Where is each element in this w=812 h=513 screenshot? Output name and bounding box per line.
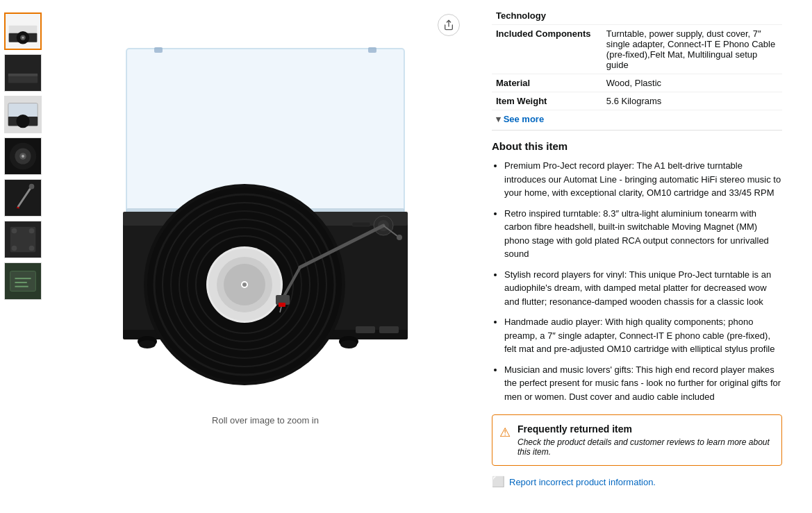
svg-point-20 [29, 184, 35, 190]
thumbnail-3[interactable] [4, 96, 42, 133]
svg-rect-65 [379, 326, 399, 333]
spec-row-material: Material Wood, Plastic [492, 74, 782, 92]
svg-rect-6 [5, 55, 41, 91]
warning-icon: ⚠ [499, 425, 511, 440]
bullet-3: Stylish record players for vinyl: This u… [504, 268, 782, 309]
thumbnail-4[interactable] [4, 137, 42, 175]
svg-rect-70 [352, 222, 370, 226]
spec-row-components: Included Components Turntable, power sup… [492, 25, 782, 74]
thumbnail-5[interactable] [4, 179, 42, 217]
svg-point-63 [397, 235, 402, 240]
spec-label-material: Material [492, 74, 602, 92]
svg-point-12 [16, 115, 29, 128]
freq-returned-title: Frequently returned item [517, 423, 773, 435]
spec-label-weight: Item Weight [492, 92, 602, 110]
see-more-row: ▾ See more [492, 110, 782, 131]
zoom-hint: Roll over image to zoom in [212, 415, 319, 426]
product-image [85, 28, 446, 389]
report-link-row: ⬜ Report incorrect product information. [492, 476, 782, 488]
thumbnail-1[interactable] [4, 12, 42, 50]
specs-table: Technology Included Components Turntable… [492, 7, 782, 131]
about-title: About this item [492, 140, 782, 152]
svg-rect-32 [15, 286, 28, 287]
bullet-list: Premium Pro-Ject record player: The A1 b… [492, 159, 782, 403]
thumbnail-2[interactable] [4, 54, 42, 92]
spec-label-technology: Technology [492, 7, 602, 25]
report-icon: ⬜ [492, 476, 505, 488]
spec-row-weight: Item Weight 5.6 Kilograms [492, 92, 782, 110]
svg-rect-8 [8, 74, 38, 76]
bullet-5: Musician and music lovers' gifts: This h… [504, 363, 782, 404]
main-image-area: Roll over image to zoom in [50, 7, 481, 506]
spec-row-technology: Technology [492, 7, 782, 25]
report-link[interactable]: Report incorrect product information. [509, 477, 656, 487]
see-more-link[interactable]: See more [504, 114, 545, 124]
svg-point-24 [12, 228, 17, 234]
svg-rect-31 [15, 282, 26, 283]
svg-point-69 [340, 340, 357, 348]
share-button[interactable] [438, 14, 460, 36]
freq-returned-desc: Check the product details and customer r… [517, 437, 773, 457]
bullet-1: Premium Pro-Ject record player: The A1 b… [504, 159, 782, 200]
bullet-4: Handmade audio player: With high quality… [504, 315, 782, 356]
svg-point-5 [22, 37, 24, 39]
spec-value-material: Wood, Plastic [602, 74, 782, 92]
main-image-container[interactable] [64, 7, 467, 410]
product-info-panel: Technology Included Components Turntable… [481, 7, 793, 506]
svg-rect-64 [356, 326, 375, 333]
svg-rect-29 [10, 271, 36, 292]
svg-rect-37 [368, 47, 376, 53]
freq-returned-content: Frequently returned item Check the produ… [517, 423, 773, 457]
thumbnail-6[interactable] [4, 221, 42, 258]
svg-rect-36 [154, 47, 163, 53]
thumbnail-strip [0, 7, 50, 506]
svg-point-25 [29, 228, 35, 234]
spec-value-technology [602, 7, 782, 25]
spec-value-weight: 5.6 Kilograms [602, 92, 782, 110]
svg-point-68 [139, 340, 156, 348]
svg-rect-30 [15, 278, 31, 279]
svg-point-27 [29, 246, 35, 251]
svg-point-17 [22, 155, 24, 158]
thumbnail-7[interactable] [4, 262, 42, 300]
spec-value-components: Turntable, power supply, dust cover, 7″ … [602, 25, 782, 74]
about-section: About this item Premium Pro-Ject record … [492, 140, 782, 403]
bullet-2: Retro inspired turntable: 8.3″ ultra-lig… [504, 207, 782, 261]
svg-point-26 [12, 246, 17, 251]
frequently-returned-banner: ⚠ Frequently returned item Check the pro… [492, 414, 782, 466]
svg-point-54 [242, 283, 247, 287]
svg-rect-60 [279, 303, 285, 307]
spec-label-components: Included Components [492, 25, 602, 74]
